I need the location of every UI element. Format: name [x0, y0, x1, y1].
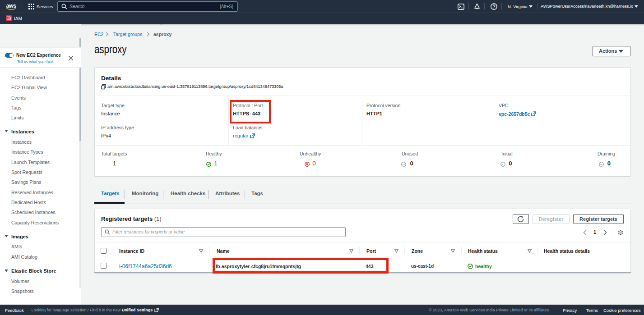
svg-text:aws: aws [6, 3, 17, 9]
